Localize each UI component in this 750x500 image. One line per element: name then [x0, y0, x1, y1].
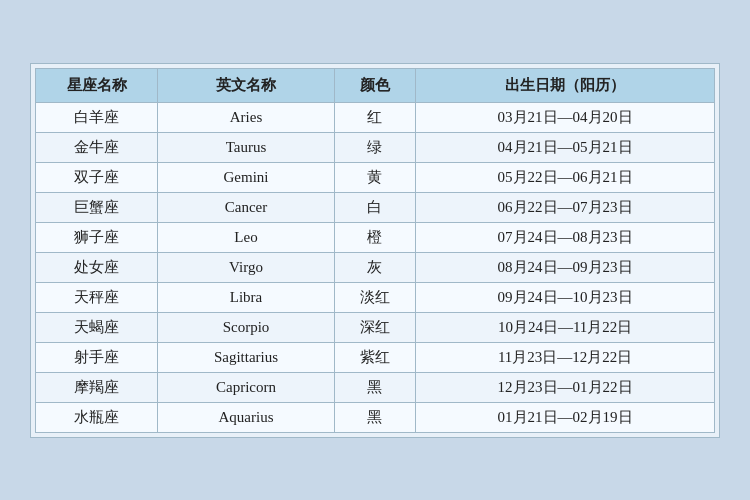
table-row: 狮子座Leo橙07月24日—08月23日 — [36, 222, 715, 252]
cell-chinese-name: 天秤座 — [36, 282, 158, 312]
cell-chinese-name: 摩羯座 — [36, 372, 158, 402]
cell-birthdate: 12月23日—01月22日 — [416, 372, 715, 402]
cell-color: 白 — [334, 192, 415, 222]
table-row: 巨蟹座Cancer白06月22日—07月23日 — [36, 192, 715, 222]
cell-chinese-name: 白羊座 — [36, 102, 158, 132]
table-row: 射手座Sagittarius紫红11月23日—12月22日 — [36, 342, 715, 372]
table-row: 摩羯座Capricorn黑12月23日—01月22日 — [36, 372, 715, 402]
table-row: 水瓶座Aquarius黑01月21日—02月19日 — [36, 402, 715, 432]
cell-english-name: Gemini — [158, 162, 335, 192]
cell-birthdate: 06月22日—07月23日 — [416, 192, 715, 222]
cell-english-name: Cancer — [158, 192, 335, 222]
cell-birthdate: 10月24日—11月22日 — [416, 312, 715, 342]
cell-english-name: Capricorn — [158, 372, 335, 402]
table-header-row: 星座名称 英文名称 颜色 出生日期（阳历） — [36, 68, 715, 102]
cell-birthdate: 09月24日—10月23日 — [416, 282, 715, 312]
table-row: 白羊座Aries红03月21日—04月20日 — [36, 102, 715, 132]
cell-english-name: Virgo — [158, 252, 335, 282]
header-birthdate: 出生日期（阳历） — [416, 68, 715, 102]
cell-english-name: Aquarius — [158, 402, 335, 432]
zodiac-table-wrapper: 星座名称 英文名称 颜色 出生日期（阳历） 白羊座Aries红03月21日—04… — [30, 63, 720, 438]
cell-color: 淡红 — [334, 282, 415, 312]
cell-color: 橙 — [334, 222, 415, 252]
cell-english-name: Sagittarius — [158, 342, 335, 372]
cell-birthdate: 01月21日—02月19日 — [416, 402, 715, 432]
cell-color: 黑 — [334, 402, 415, 432]
table-body: 白羊座Aries红03月21日—04月20日金牛座Taurus绿04月21日—0… — [36, 102, 715, 432]
cell-english-name: Libra — [158, 282, 335, 312]
cell-birthdate: 05月22日—06月21日 — [416, 162, 715, 192]
cell-birthdate: 03月21日—04月20日 — [416, 102, 715, 132]
cell-color: 绿 — [334, 132, 415, 162]
table-row: 金牛座Taurus绿04月21日—05月21日 — [36, 132, 715, 162]
cell-chinese-name: 天蝎座 — [36, 312, 158, 342]
cell-color: 紫红 — [334, 342, 415, 372]
header-color: 颜色 — [334, 68, 415, 102]
cell-english-name: Leo — [158, 222, 335, 252]
cell-english-name: Aries — [158, 102, 335, 132]
cell-birthdate: 08月24日—09月23日 — [416, 252, 715, 282]
cell-chinese-name: 双子座 — [36, 162, 158, 192]
cell-birthdate: 11月23日—12月22日 — [416, 342, 715, 372]
cell-chinese-name: 狮子座 — [36, 222, 158, 252]
table-row: 双子座Gemini黄05月22日—06月21日 — [36, 162, 715, 192]
table-row: 天蝎座Scorpio深红10月24日—11月22日 — [36, 312, 715, 342]
cell-color: 黄 — [334, 162, 415, 192]
cell-color: 黑 — [334, 372, 415, 402]
header-chinese-name: 星座名称 — [36, 68, 158, 102]
cell-chinese-name: 水瓶座 — [36, 402, 158, 432]
cell-birthdate: 04月21日—05月21日 — [416, 132, 715, 162]
cell-color: 深红 — [334, 312, 415, 342]
zodiac-table: 星座名称 英文名称 颜色 出生日期（阳历） 白羊座Aries红03月21日—04… — [35, 68, 715, 433]
table-row: 天秤座Libra淡红09月24日—10月23日 — [36, 282, 715, 312]
cell-chinese-name: 金牛座 — [36, 132, 158, 162]
cell-color: 红 — [334, 102, 415, 132]
cell-color: 灰 — [334, 252, 415, 282]
cell-english-name: Taurus — [158, 132, 335, 162]
cell-chinese-name: 处女座 — [36, 252, 158, 282]
cell-chinese-name: 射手座 — [36, 342, 158, 372]
cell-english-name: Scorpio — [158, 312, 335, 342]
cell-chinese-name: 巨蟹座 — [36, 192, 158, 222]
cell-birthdate: 07月24日—08月23日 — [416, 222, 715, 252]
table-row: 处女座Virgo灰08月24日—09月23日 — [36, 252, 715, 282]
header-english-name: 英文名称 — [158, 68, 335, 102]
